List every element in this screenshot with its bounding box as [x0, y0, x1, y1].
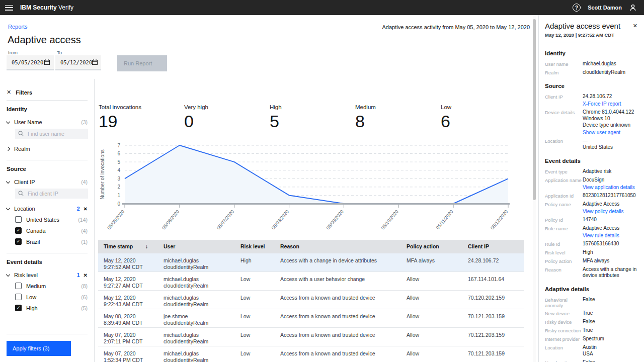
column-header-reason[interactable]: Reason [275, 240, 401, 253]
detail-value: michael.duglas [583, 61, 638, 67]
checkbox[interactable]: ✓ [15, 238, 22, 245]
column-header-time-stamp[interactable]: Time stamp↓ [98, 240, 158, 253]
checkbox[interactable] [15, 216, 22, 223]
cell-line: 8:39:49 AM CDT [104, 320, 154, 327]
chevron-right-icon [6, 147, 10, 151]
close-panel-icon[interactable]: ✕ [632, 22, 638, 30]
table-row[interactable]: May 08, 20208:39:49 AM CDTjoe.shmoecloud… [98, 309, 524, 328]
checkbox[interactable]: ✓ [15, 227, 22, 234]
detail-value: —United States [583, 138, 638, 151]
filter-group-risk-level[interactable]: Risk level1✕ [7, 272, 88, 278]
table-cell: Allow [401, 346, 462, 362]
cell-line: May 12, 2020 [104, 276, 154, 283]
search-field[interactable] [15, 129, 88, 139]
stat-total-invocations: Total invocations19 [99, 104, 184, 131]
stat-high: High5 [270, 104, 355, 131]
detail-link[interactable]: View application details [583, 185, 638, 191]
table-row[interactable]: May 12, 20209:22:43 AM CDTmichael.duglas… [98, 291, 524, 309]
close-filters-icon[interactable]: ✕ [7, 89, 11, 96]
detail-link[interactable]: Show user agent [583, 130, 638, 136]
column-header-risk-level[interactable]: Risk level [235, 240, 275, 253]
checkbox[interactable] [15, 294, 22, 300]
detail-link[interactable]: View rule details [583, 233, 638, 239]
scrollbar-thumb[interactable] [533, 19, 536, 200]
panel-section-heading: Event details [545, 158, 638, 164]
detail-label: Location [545, 344, 583, 357]
detail-label: Reason [545, 266, 583, 279]
cell-line: 24.28.106.72 [468, 257, 520, 264]
column-header-user[interactable]: User [158, 240, 235, 253]
event-detail-panel: Adaptive access event ✕ May 12, 2020 | 9… [538, 15, 644, 362]
cell-line: May 07, 2020 [104, 350, 154, 357]
table-cell: Low [235, 328, 275, 346]
detail-label: Rule name [545, 225, 583, 239]
breadcrumb[interactable]: Reports [8, 24, 28, 30]
filter-option-medium: Medium(8) [15, 283, 88, 289]
divider [7, 100, 88, 101]
to-date-input[interactable]: 05/12/2020 [55, 55, 101, 70]
detail-link[interactable]: X-Force IP report [583, 101, 638, 107]
cell-line: Allow [407, 313, 458, 320]
table-row[interactable]: May 12, 20209:27:52 AM CDTmichael.duglas… [98, 253, 524, 272]
filter-group-location[interactable]: Location2✕ [7, 206, 88, 212]
table-cell: MFA always [401, 253, 462, 272]
table-row[interactable]: May 07, 20202:07:11 PM CDTmichael.duglas… [98, 328, 524, 346]
hamburger-menu-icon[interactable] [5, 5, 13, 11]
search-input[interactable] [27, 190, 85, 197]
clear-filter-icon[interactable]: ✕ [84, 206, 88, 212]
cell-line: May 08, 2020 [104, 313, 154, 320]
stat-label: High [270, 104, 355, 110]
detail-value: High [583, 249, 638, 256]
from-label: from [8, 50, 18, 55]
checkbox[interactable]: ✓ [15, 305, 22, 311]
cell-line: MFA always [407, 257, 458, 264]
cell-line: 70.121.203.159 [468, 313, 520, 320]
from-date-input[interactable]: 05/05/2020 [7, 55, 54, 70]
calendar-icon[interactable] [92, 59, 98, 65]
search-input[interactable] [27, 130, 85, 137]
filter-group-user-name[interactable]: User Name(3) [7, 119, 88, 125]
stat-very-high: Very high0 [184, 104, 270, 131]
cell-line: joe.shmoe [164, 313, 231, 320]
user-avatar-icon[interactable] [629, 4, 637, 12]
cell-line: High [240, 257, 271, 264]
clear-filter-icon[interactable]: ✕ [84, 273, 88, 278]
stat-value: 19 [99, 112, 184, 131]
search-icon [18, 131, 24, 137]
cell-line: Allow [407, 276, 458, 283]
table-cell: May 12, 20209:27:27 AM CDT [98, 272, 158, 290]
user-name[interactable]: Scott Damon [588, 5, 622, 11]
sort-descending-icon[interactable]: ↓ [145, 243, 148, 250]
filter-group-realm[interactable]: Realm [7, 146, 88, 152]
x-tick-label: 05/11/2020 [435, 209, 454, 230]
divider [7, 160, 88, 160]
to-date-value: 05/12/2020 [60, 59, 92, 65]
checkbox[interactable] [15, 283, 22, 289]
filter-group-client-ip[interactable]: Client IP(4) [7, 179, 88, 185]
help-icon[interactable]: ? [573, 4, 581, 12]
table-cell: 24.28.106.72 [462, 253, 524, 272]
scrollbar-track[interactable] [533, 15, 536, 362]
risk-summary-stats: Total invocations19Very high0High5Medium… [99, 104, 526, 131]
table-cell: michael.duglascloudIdentityRealm [158, 253, 235, 272]
detail-link[interactable]: View policy details [583, 209, 638, 215]
invocations-chart: 0123456705/05/202005/06/202005/07/202005… [98, 138, 528, 236]
apply-filters-button[interactable]: Apply filters (3) [7, 341, 71, 356]
column-header-client-ip[interactable]: Client IP [462, 240, 524, 253]
detail-label: Policy name [545, 201, 583, 215]
table-cell: Access from a known and trusted device [275, 309, 401, 327]
detail-row-policy-action: Policy actionMFA always [545, 258, 638, 264]
x-tick-label: 05/12/2020 [490, 209, 509, 230]
column-header-policy-action[interactable]: Policy action [401, 240, 462, 253]
cell-line: 70.121.203.159 [468, 350, 520, 357]
cell-line: May 07, 2020 [104, 332, 154, 339]
calendar-icon[interactable] [44, 59, 50, 65]
table-cell: High [235, 253, 275, 272]
filter-option-count: (8) [81, 283, 88, 289]
table-row[interactable]: May 12, 20209:27:27 AM CDTmichael.duglas… [98, 272, 524, 291]
table-row[interactable]: May 07, 20201:52:34 PM CDTmichael.duglas… [98, 346, 524, 362]
table-cell: Access with a user behavior change [275, 272, 401, 290]
search-field[interactable] [15, 189, 88, 199]
stat-low: Low6 [441, 104, 526, 131]
run-report-button[interactable]: Run Report [117, 55, 167, 71]
